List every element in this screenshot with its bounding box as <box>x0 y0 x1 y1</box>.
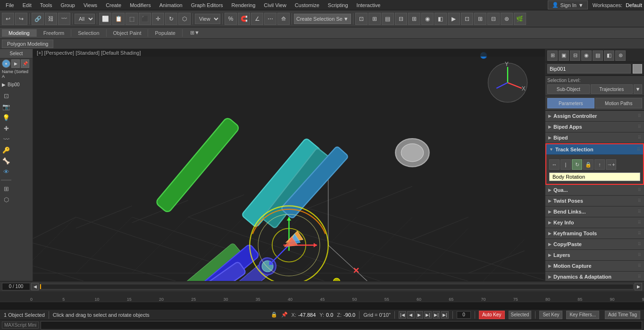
visibility-icon[interactable]: 👁 <box>1 166 11 177</box>
rotate-button[interactable]: ↻ <box>165 13 177 25</box>
menu-graph-editors[interactable]: Graph Editors <box>187 1 227 9</box>
play-selected-button[interactable]: ▶| <box>424 311 432 319</box>
ts-body-vertical-icon[interactable]: | <box>560 159 571 170</box>
time-arrow-left-button[interactable]: ◀ <box>31 283 39 290</box>
maxscript-input[interactable] <box>41 321 642 330</box>
sign-in-button[interactable]: 👤 Sign In ▼ <box>548 0 588 9</box>
align-button[interactable]: ⊞ <box>368 13 381 25</box>
material-editor-button[interactable]: ◉ <box>421 13 434 25</box>
play-button[interactable]: ▶ <box>416 311 423 319</box>
rp-tb-btn-6[interactable]: ◧ <box>604 50 614 61</box>
pin-icon[interactable]: 📌 <box>21 59 29 68</box>
set-key-icon[interactable]: 🔑 <box>1 145 11 155</box>
window-crossing-button[interactable]: ⬛ <box>139 13 151 25</box>
move-button[interactable]: ✛ <box>152 13 164 25</box>
timeline-scrubber-track[interactable] <box>40 284 634 289</box>
extra-btn-1[interactable]: ⊞ <box>474 13 486 25</box>
edit-curves-button[interactable]: ⟰ <box>277 13 290 25</box>
rollout-copy-paste-header[interactable]: ▶ Copy/Paste ⠿ <box>545 239 644 249</box>
tab-selection[interactable]: Selection <box>71 29 106 37</box>
rollout-bend-links-header[interactable]: ▶ Bend Links... ⠿ <box>545 206 644 217</box>
sub-tab-polygon-modeling[interactable]: Polygon Modeling <box>2 40 53 48</box>
menu-edit[interactable]: Edit <box>19 1 35 9</box>
angle-snap-button[interactable]: ∠ <box>251 13 263 25</box>
extra-btn-3[interactable]: ⊛ <box>501 13 513 25</box>
rollout-layers-header[interactable]: ▶ Layers ⠿ <box>545 250 644 260</box>
set-key-button[interactable]: Set Key <box>539 311 562 319</box>
track-view-button[interactable]: ⊟ <box>395 13 407 25</box>
rollout-biped-header[interactable]: ▶ Biped ⠿ <box>545 132 644 143</box>
rollout-keyframing-tools-header[interactable]: ▶ Keyframing Tools ⠿ <box>545 228 644 239</box>
trajectories-button[interactable]: Trajectories <box>591 84 633 94</box>
key-filters-button[interactable]: Key Filters... <box>566 311 599 319</box>
snap-toggle-button[interactable]: 🧲 <box>238 13 250 25</box>
rp-tb-btn-7[interactable]: ⊛ <box>615 50 626 61</box>
menu-file[interactable]: File <box>2 1 18 9</box>
menu-rendering[interactable]: Rendering <box>228 1 259 9</box>
rollout-track-selection-header[interactable]: ▼ Track Selection ⠿ <box>546 144 643 155</box>
go-start-button[interactable]: |◀ <box>399 311 406 319</box>
rp-tb-btn-5[interactable]: ▤ <box>593 50 603 61</box>
menu-create[interactable]: Create <box>102 1 125 9</box>
extra-btn-2[interactable]: ⊟ <box>487 13 500 25</box>
helper-icon[interactable]: ✚ <box>1 123 11 133</box>
ts-add-icon[interactable]: →+ <box>606 159 616 170</box>
select-tool-icon[interactable]: ⊡ <box>1 91 11 101</box>
select-filter-icon[interactable]: ● <box>2 59 10 68</box>
ts-body-rotation-icon[interactable]: ↻ <box>572 159 582 170</box>
ts-body-horizontal-icon[interactable]: ↔ <box>549 159 560 170</box>
auto-key-button[interactable]: Auto Key <box>479 311 505 319</box>
menu-tools[interactable]: Tools <box>36 1 56 9</box>
menu-interactive[interactable]: Interactive <box>353 1 385 9</box>
rollout-twist-poses-header[interactable]: ▶ Twist Poses ⠿ <box>545 196 644 206</box>
sub-object-button[interactable]: Sub-Object <box>547 84 590 94</box>
create-selection-set-button[interactable]: Create Selection Se ▼ <box>294 14 351 24</box>
extra-btn-4[interactable]: 🌿 <box>514 13 526 25</box>
tab-extra-icon[interactable]: ⊞▼ <box>186 29 203 37</box>
tab-modeling[interactable]: Modeling <box>2 29 37 37</box>
tab-populate[interactable]: Populate <box>148 29 182 37</box>
percent-snap-button[interactable]: % <box>225 13 237 25</box>
menu-group[interactable]: Group <box>57 1 79 9</box>
menu-views[interactable]: Views <box>80 1 101 9</box>
menu-scripting[interactable]: Scripting <box>324 1 352 9</box>
render-button[interactable]: ▶ <box>448 13 460 25</box>
rect-select-button[interactable]: ⬚ <box>125 13 138 25</box>
select-object-button[interactable]: ⬜ <box>99 13 111 25</box>
object-color-swatch[interactable] <box>633 64 642 74</box>
rollout-assign-controller-header[interactable]: ▶ Assign Controller ⠿ <box>545 111 644 121</box>
time-arrow-right-button[interactable]: ▶ <box>635 283 642 290</box>
next-frame-button[interactable]: ▶| <box>433 311 440 319</box>
time-range-display[interactable]: 0 / 100 <box>2 283 30 290</box>
add-time-tag-button[interactable]: Add Time Tag <box>605 311 640 319</box>
tab-motion-paths[interactable]: Motion Paths <box>595 98 643 108</box>
left-item-1[interactable]: Name (Sorted A <box>0 69 33 79</box>
transform-icon[interactable]: ⊞ <box>1 183 11 194</box>
rollout-dynamics-adaptation-header[interactable]: ▶ Dynamics & Adaptation ⠿ <box>545 272 644 282</box>
timeline-key-track[interactable] <box>0 302 644 309</box>
menu-modifiers[interactable]: Modifiers <box>126 1 155 9</box>
rp-tb-btn-1[interactable]: ⊞ <box>547 50 558 61</box>
spinner-snap-button[interactable]: ⋯ <box>264 13 276 25</box>
rp-tb-btn-4[interactable]: ◉ <box>581 50 592 61</box>
rollout-motion-capture-header[interactable]: ▶ Motion Capture ⠿ <box>545 261 644 271</box>
link-button[interactable]: 🔗 <box>32 13 44 25</box>
light-icon[interactable]: 💡 <box>1 112 11 123</box>
unlink-button[interactable]: ⛓ <box>45 13 57 25</box>
tab-parameters[interactable]: Parameters <box>547 98 594 108</box>
scale-button[interactable]: ⬡ <box>178 13 191 25</box>
filter-select[interactable]: All <box>75 14 95 24</box>
modify-icon[interactable]: ⬡ <box>1 194 11 205</box>
camera-icon[interactable]: 📷 <box>1 101 11 112</box>
select-by-name-button[interactable]: 📋 <box>112 13 125 25</box>
lock-icon[interactable]: 🔒 <box>271 312 277 318</box>
menu-civil-view[interactable]: Civil View <box>260 1 290 9</box>
bind-space-warp-button[interactable]: 〰 <box>58 13 70 25</box>
render-frame-button[interactable]: ⊡ <box>461 13 473 25</box>
menu-animation[interactable]: Animation <box>156 1 186 9</box>
rollout-quadruped-header[interactable]: ▶ Qua... ⠿ <box>545 185 644 195</box>
view-select[interactable]: View <box>195 14 220 24</box>
layer-manager-button[interactable]: ▤ <box>382 13 394 25</box>
ts-lock-icon[interactable]: 🔒 <box>583 159 594 170</box>
left-bip001-item[interactable]: ▶ Bip00 <box>0 79 33 90</box>
